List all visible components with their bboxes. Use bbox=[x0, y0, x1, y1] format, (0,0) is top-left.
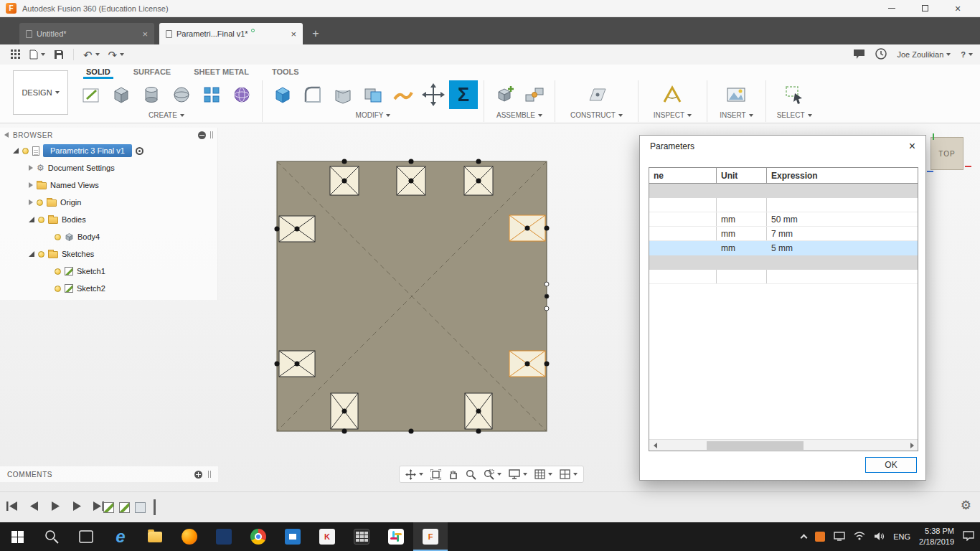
go-to-start-button[interactable] bbox=[4, 499, 20, 512]
pocket-sketch[interactable] bbox=[397, 166, 425, 195]
sketch-point[interactable] bbox=[545, 362, 550, 367]
pocket-sketch[interactable] bbox=[330, 166, 359, 195]
group-label-select[interactable]: SELECT bbox=[777, 111, 812, 119]
tab-sheet-metal[interactable]: SHEET METAL bbox=[185, 65, 258, 79]
zoom-window-button[interactable] bbox=[481, 467, 504, 481]
expander-closed-icon[interactable] bbox=[29, 182, 33, 188]
pocket-sketch[interactable] bbox=[509, 215, 545, 241]
tab-surface[interactable]: SURFACE bbox=[125, 65, 180, 79]
action-center-icon[interactable] bbox=[963, 531, 974, 542]
expander-open-icon[interactable] bbox=[29, 251, 34, 257]
display-settings-icon[interactable] bbox=[198, 131, 206, 139]
offset-face-icon[interactable] bbox=[388, 80, 418, 110]
chrome-icon[interactable] bbox=[241, 522, 275, 551]
press-pull-icon[interactable] bbox=[268, 80, 298, 110]
orbit-button[interactable] bbox=[402, 467, 426, 481]
move-icon[interactable] bbox=[418, 80, 448, 110]
new-component-icon[interactable] bbox=[489, 80, 519, 110]
shell-icon[interactable] bbox=[328, 80, 358, 110]
sketch-point[interactable] bbox=[409, 159, 414, 164]
column-header-expression[interactable]: Expression bbox=[767, 168, 918, 183]
dialog-close-icon[interactable]: × bbox=[909, 140, 915, 153]
sketch-point[interactable] bbox=[476, 429, 481, 434]
expander-closed-icon[interactable] bbox=[29, 199, 33, 205]
workspace-selector[interactable]: DESIGN bbox=[13, 70, 68, 115]
pc-status-icon[interactable] bbox=[834, 532, 845, 542]
volume-icon[interactable] bbox=[874, 532, 885, 542]
maximize-button[interactable] bbox=[908, 0, 941, 17]
construction-plane-icon[interactable] bbox=[581, 80, 611, 110]
browser-header[interactable]: BROWSER bbox=[0, 128, 217, 142]
group-label-create[interactable]: CREATE bbox=[149, 111, 184, 119]
pocket-sketch[interactable] bbox=[279, 216, 315, 242]
pocket-sketch[interactable] bbox=[465, 393, 492, 429]
timeline-sketch2-icon[interactable] bbox=[119, 502, 130, 513]
sketch-point[interactable] bbox=[409, 429, 414, 434]
box-icon[interactable] bbox=[106, 80, 136, 110]
step-forward-button[interactable] bbox=[69, 499, 85, 512]
sketch-point[interactable] bbox=[275, 362, 280, 367]
column-header-name[interactable]: ne bbox=[649, 168, 717, 183]
column-header-unit[interactable]: Unit bbox=[717, 168, 767, 183]
close-tab-icon[interactable]: × bbox=[291, 29, 296, 39]
language-indicator[interactable]: ENG bbox=[893, 532, 910, 541]
expander-closed-icon[interactable] bbox=[29, 165, 33, 171]
dialog-titlebar[interactable]: Parameters × bbox=[640, 136, 925, 157]
visibility-bulb-icon[interactable] bbox=[38, 251, 44, 258]
redo-button[interactable]: ↷ bbox=[105, 46, 128, 63]
user-menu[interactable]: Joe Zoulikian bbox=[897, 50, 951, 59]
browser-item-named-views[interactable]: Named Views bbox=[0, 176, 217, 194]
browser-item-sketch1[interactable]: Sketch1 bbox=[0, 263, 217, 280]
add-comment-icon[interactable] bbox=[194, 471, 202, 479]
sketch-point[interactable] bbox=[476, 159, 481, 164]
create-sketch-icon[interactable] bbox=[76, 80, 106, 110]
selection-handle[interactable] bbox=[545, 282, 549, 286]
expander-open-icon[interactable] bbox=[29, 217, 34, 222]
timeline-sketch1-icon[interactable] bbox=[103, 502, 114, 513]
save-button[interactable] bbox=[50, 46, 67, 63]
browser-item-body4[interactable]: Body4 bbox=[0, 228, 217, 245]
taskbar-search-button[interactable] bbox=[34, 522, 69, 551]
viewcube[interactable]: TOP bbox=[930, 137, 963, 170]
group-label-construct[interactable]: CONSTRUCT bbox=[570, 111, 623, 119]
wifi-icon[interactable] bbox=[854, 532, 865, 542]
horizontal-scrollbar[interactable] bbox=[649, 439, 918, 451]
parameter-row[interactable]: mm50 mm bbox=[649, 212, 918, 227]
scrollbar-thumb[interactable] bbox=[707, 441, 804, 450]
step-back-button[interactable] bbox=[26, 499, 42, 512]
scroll-left-icon[interactable] bbox=[649, 440, 661, 451]
fillet-icon[interactable] bbox=[298, 80, 328, 110]
app-icon-blue-window[interactable] bbox=[275, 522, 310, 551]
close-tab-icon[interactable]: × bbox=[142, 29, 148, 39]
minimize-button[interactable] bbox=[875, 0, 908, 17]
calculator-icon[interactable] bbox=[344, 522, 379, 551]
close-button[interactable]: × bbox=[941, 0, 974, 17]
grid-settings-button[interactable] bbox=[532, 467, 555, 481]
expander-open-icon[interactable] bbox=[13, 148, 19, 154]
visibility-bulb-icon[interactable] bbox=[55, 286, 61, 292]
job-status-icon[interactable] bbox=[875, 48, 887, 61]
sketch-point[interactable] bbox=[342, 159, 347, 164]
sketch-point[interactable] bbox=[545, 226, 550, 231]
file-explorer-icon[interactable] bbox=[138, 522, 172, 551]
tab-tools[interactable]: TOOLS bbox=[263, 65, 308, 79]
visibility-bulb-icon[interactable] bbox=[38, 217, 44, 223]
parameter-row[interactable] bbox=[649, 270, 918, 284]
pocket-sketch[interactable] bbox=[279, 351, 315, 377]
app-icon-colorful[interactable] bbox=[379, 522, 413, 551]
browser-item-document-settings[interactable]: ⚙ Document Settings bbox=[0, 159, 217, 176]
form-icon[interactable] bbox=[227, 80, 257, 110]
visibility-bulb-icon[interactable] bbox=[55, 234, 61, 240]
play-button[interactable] bbox=[47, 499, 63, 512]
ok-button[interactable]: OK bbox=[865, 457, 917, 473]
collapse-panel-icon[interactable] bbox=[4, 132, 9, 138]
pocket-sketch[interactable] bbox=[464, 166, 493, 195]
doc-tab-parametric[interactable]: Parametri...Final v1* × bbox=[159, 23, 303, 44]
tab-solid[interactable]: SOLID bbox=[77, 65, 119, 79]
parameter-row-selected[interactable]: mm5 mm bbox=[649, 241, 918, 255]
sketch-point[interactable] bbox=[275, 227, 280, 232]
select-icon[interactable] bbox=[779, 80, 809, 110]
group-label-modify[interactable]: MODIFY bbox=[356, 111, 391, 119]
settings-gear-icon[interactable]: ⚙ bbox=[961, 498, 971, 513]
scroll-right-icon[interactable] bbox=[906, 440, 918, 451]
